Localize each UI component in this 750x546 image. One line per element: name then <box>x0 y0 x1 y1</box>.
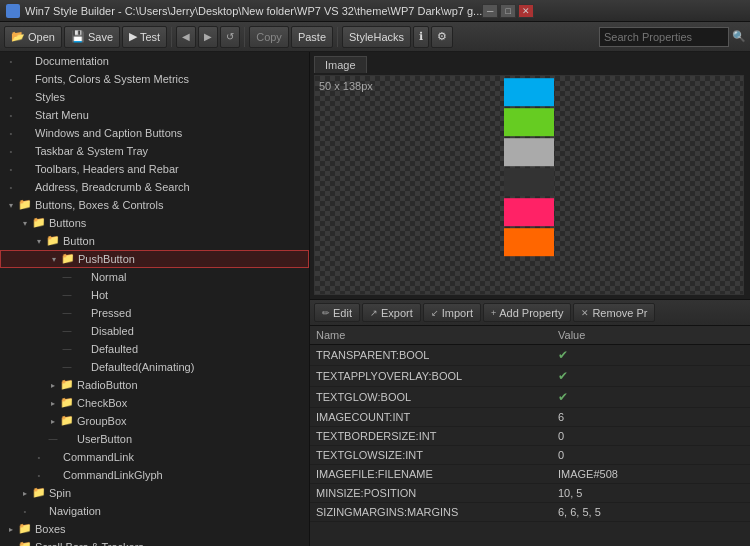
tree-icon-buttons-boxes: 📁 <box>18 198 32 212</box>
test-button[interactable]: ▶ Test <box>122 26 167 48</box>
tree-item-commandlink[interactable]: •CommandLink <box>0 448 309 466</box>
tree-item-windows-caption[interactable]: •Windows and Caption Buttons <box>0 124 309 142</box>
tree-arrow-normal: — <box>60 268 74 286</box>
tree-icon-defaulted-animating <box>74 360 88 374</box>
tree-arrow-fonts-colors: • <box>4 70 18 88</box>
tree-item-toolbars[interactable]: •Toolbars, Headers and Rebar <box>0 160 309 178</box>
tree-icon-boxes: 📁 <box>18 522 32 536</box>
tree-icon-styles <box>18 90 32 104</box>
close-button[interactable]: ✕ <box>518 4 534 18</box>
tree-item-spin[interactable]: ▸📁Spin <box>0 484 309 502</box>
table-row[interactable]: TEXTAPPLYOVERLAY:BOOL✔ <box>310 366 750 387</box>
tree-label-defaulted: Defaulted <box>91 343 138 355</box>
stylehacks-button[interactable]: StyleHacks <box>342 26 411 48</box>
tree-item-fonts-colors[interactable]: •Fonts, Colors & System Metrics <box>0 70 309 88</box>
tree-item-commandlinkglyph[interactable]: •CommandLinkGlyph <box>0 466 309 484</box>
tree-item-checkbox[interactable]: ▸📁CheckBox <box>0 394 309 412</box>
settings-button[interactable]: ⚙ <box>431 26 453 48</box>
maximize-button[interactable]: □ <box>500 4 516 18</box>
info-button[interactable]: ℹ <box>413 26 429 48</box>
titlebar-controls: ─ □ ✕ <box>482 4 534 18</box>
image-strips <box>504 78 554 256</box>
props-table-container: Name Value TRANSPARENT:BOOL✔TEXTAPPLYOVE… <box>310 326 750 546</box>
tree-item-userbutton[interactable]: —UserButton <box>0 430 309 448</box>
tree-item-address[interactable]: •Address, Breadcrumb & Search <box>0 178 309 196</box>
image-size-label: 50 x 138px <box>319 80 373 92</box>
export-icon: ↗ <box>370 308 378 318</box>
paste-button[interactable]: Paste <box>291 26 333 48</box>
props-toolbar: ✏ Edit ↗ Export ↙ Import + Add Property … <box>310 300 750 326</box>
table-row[interactable]: TRANSPARENT:BOOL✔ <box>310 345 750 366</box>
tree-icon-buttons: 📁 <box>32 216 46 230</box>
tree-label-disabled: Disabled <box>91 325 134 337</box>
remove-property-button[interactable]: ✕ Remove Pr <box>573 303 655 322</box>
tree-item-defaulted-animating[interactable]: —Defaulted(Animating) <box>0 358 309 376</box>
tree-label-windows-caption: Windows and Caption Buttons <box>35 127 182 139</box>
edit-icon: ✏ <box>322 308 330 318</box>
table-row[interactable]: MINSIZE:POSITION10, 5 <box>310 484 750 503</box>
tree-label-spin: Spin <box>49 487 71 499</box>
prop-value: ✔ <box>552 366 750 387</box>
tree-item-disabled[interactable]: —Disabled <box>0 322 309 340</box>
prop-name: TEXTBORDERSIZE:INT <box>310 427 552 446</box>
tree-arrow-spin: ▸ <box>18 484 32 502</box>
back-button[interactable]: ◀ <box>176 26 196 48</box>
table-row[interactable]: TEXTGLOWSIZE:INT0 <box>310 446 750 465</box>
tree-arrow-defaulted-animating: — <box>60 358 74 376</box>
tree-item-button[interactable]: ▾📁Button <box>0 232 309 250</box>
tree-arrow-boxes: ▸ <box>4 520 18 538</box>
tree-arrow-start-menu: • <box>4 106 18 124</box>
tree-item-hot[interactable]: —Hot <box>0 286 309 304</box>
open-button[interactable]: 📂 Open <box>4 26 62 48</box>
image-tab[interactable]: Image <box>314 56 367 73</box>
edit-button[interactable]: ✏ Edit <box>314 303 360 322</box>
add-property-button[interactable]: + Add Property <box>483 303 571 322</box>
toolbar-separator-1 <box>171 27 172 47</box>
tree-arrow-hot: — <box>60 286 74 304</box>
forward-button[interactable]: ▶ <box>198 26 218 48</box>
import-button[interactable]: ↙ Import <box>423 303 481 322</box>
tree-label-start-menu: Start Menu <box>35 109 89 121</box>
tree-item-pressed[interactable]: —Pressed <box>0 304 309 322</box>
color-strip-2 <box>504 138 554 166</box>
tree-icon-taskbar <box>18 144 32 158</box>
tree-arrow-disabled: — <box>60 322 74 340</box>
tree-item-styles[interactable]: •Styles <box>0 88 309 106</box>
minimize-button[interactable]: ─ <box>482 4 498 18</box>
tree-item-pushbutton[interactable]: ▾📁PushButton <box>0 250 309 268</box>
tree-icon-navigation <box>32 504 46 518</box>
table-row[interactable]: TEXTBORDERSIZE:INT0 <box>310 427 750 446</box>
tree-label-defaulted-animating: Defaulted(Animating) <box>91 361 194 373</box>
table-row[interactable]: IMAGEFILE:FILENAMEIMAGE#508 <box>310 465 750 484</box>
tree-item-buttons[interactable]: ▾📁Buttons <box>0 214 309 232</box>
tree-item-taskbar[interactable]: •Taskbar & System Tray <box>0 142 309 160</box>
export-button[interactable]: ↗ Export <box>362 303 421 322</box>
tree-item-scroll-bars[interactable]: ▸📁Scroll Bars & Trackers <box>0 538 309 546</box>
table-row[interactable]: TEXTGLOW:BOOL✔ <box>310 387 750 408</box>
table-row[interactable]: IMAGECOUNT:INT6 <box>310 408 750 427</box>
right-panel: Image 50 x 138px ✏ Edit ↗ Export ↙ Impor… <box>310 52 750 546</box>
refresh-button[interactable]: ↺ <box>220 26 240 48</box>
tree-item-normal[interactable]: —Normal <box>0 268 309 286</box>
tree-label-commandlinkglyph: CommandLinkGlyph <box>63 469 163 481</box>
tree-item-navigation[interactable]: •Navigation <box>0 502 309 520</box>
tree-item-boxes[interactable]: ▸📁Boxes <box>0 520 309 538</box>
tree-label-buttons: Buttons <box>49 217 86 229</box>
table-row[interactable]: SIZINGMARGINS:MARGINS6, 6, 5, 5 <box>310 503 750 522</box>
save-button[interactable]: 💾 Save <box>64 26 120 48</box>
color-strip-0 <box>504 78 554 106</box>
copy-button[interactable]: Copy <box>249 26 289 48</box>
tree-icon-userbutton <box>60 432 74 446</box>
app-icon <box>6 4 20 18</box>
tree-icon-start-menu <box>18 108 32 122</box>
tree-label-userbutton: UserButton <box>77 433 132 445</box>
tree-icon-checkbox: 📁 <box>60 396 74 410</box>
tree-item-start-menu[interactable]: •Start Menu <box>0 106 309 124</box>
tree-label-scroll-bars: Scroll Bars & Trackers <box>35 541 144 546</box>
tree-item-documentation[interactable]: •Documentation <box>0 52 309 70</box>
tree-item-radiobutton[interactable]: ▸📁RadioButton <box>0 376 309 394</box>
tree-item-groupbox[interactable]: ▸📁GroupBox <box>0 412 309 430</box>
search-input[interactable] <box>599 27 729 47</box>
tree-item-defaulted[interactable]: —Defaulted <box>0 340 309 358</box>
tree-item-buttons-boxes[interactable]: ▾📁Buttons, Boxes & Controls <box>0 196 309 214</box>
